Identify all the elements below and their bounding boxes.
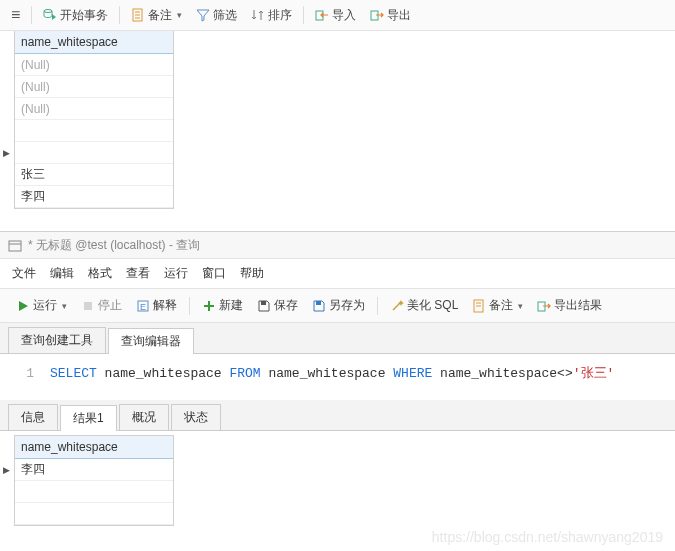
memo-button-2[interactable]: 备注 — [468, 295, 527, 316]
beautify-button[interactable]: 美化 SQL — [386, 295, 462, 316]
line-number: 1 — [10, 366, 34, 381]
query-tab-bar: * 无标题 @test (localhost) - 查询 — [0, 232, 675, 259]
explain-label: 解释 — [153, 297, 177, 314]
play-db-icon — [43, 8, 57, 22]
run-button[interactable]: 运行 — [12, 295, 71, 316]
table-row[interactable] — [15, 481, 173, 503]
result-tab-状态[interactable]: 状态 — [171, 404, 221, 430]
table-row[interactable]: (Null) — [15, 98, 173, 120]
memo-button[interactable]: 备注 — [126, 5, 187, 26]
save-as-icon — [312, 299, 326, 313]
separator — [377, 297, 378, 315]
save-label: 保存 — [274, 297, 298, 314]
data-grid[interactable]: name_whitespace (Null)(Null)(Null)张三李四 — [14, 31, 174, 209]
table-row[interactable] — [15, 142, 173, 164]
export-icon — [537, 299, 551, 313]
menu-编辑[interactable]: 编辑 — [50, 265, 74, 282]
result-tab-概况[interactable]: 概况 — [119, 404, 169, 430]
memo-icon — [472, 299, 486, 313]
table-row[interactable]: 李四 — [15, 186, 173, 208]
import-label: 导入 — [332, 7, 356, 24]
result-grid[interactable]: name_whitespace 李四 — [14, 435, 174, 526]
menu-文件[interactable]: 文件 — [12, 265, 36, 282]
menu-窗口[interactable]: 窗口 — [202, 265, 226, 282]
save-button[interactable]: 保存 — [253, 295, 302, 316]
tab-query-builder[interactable]: 查询创建工具 — [8, 327, 106, 353]
result-tab-信息[interactable]: 信息 — [8, 404, 58, 430]
plus-icon — [202, 299, 216, 313]
result-tab-结果1[interactable]: 结果1 — [60, 405, 117, 431]
begin-transaction-button[interactable]: 开始事务 — [38, 5, 113, 26]
menu-运行[interactable]: 运行 — [164, 265, 188, 282]
play-icon — [16, 299, 30, 313]
table-row[interactable] — [15, 503, 173, 525]
memo-label-2: 备注 — [489, 297, 513, 314]
sort-label: 排序 — [268, 7, 292, 24]
menu-帮助[interactable]: 帮助 — [240, 265, 264, 282]
query-window-icon — [8, 239, 22, 253]
filter-button[interactable]: 筛选 — [191, 5, 242, 26]
filter-icon — [196, 8, 210, 22]
new-button[interactable]: 新建 — [198, 295, 247, 316]
sort-icon — [251, 8, 265, 22]
table-row[interactable]: (Null) — [15, 54, 173, 76]
svg-point-0 — [44, 10, 52, 13]
export-button[interactable]: 导出 — [365, 5, 416, 26]
separator — [303, 6, 304, 24]
svg-rect-12 — [261, 301, 266, 305]
menu-查看[interactable]: 查看 — [126, 265, 150, 282]
column-header[interactable]: name_whitespace — [15, 31, 173, 54]
separator — [189, 297, 190, 315]
explain-button[interactable]: E 解释 — [132, 295, 181, 316]
save-icon — [257, 299, 271, 313]
save-as-button[interactable]: 另存为 — [308, 295, 369, 316]
svg-rect-13 — [316, 301, 321, 305]
editor-tabstrip: 查询创建工具 查询编辑器 — [0, 323, 675, 354]
result-column-header[interactable]: name_whitespace — [15, 436, 173, 459]
query-tab-title[interactable]: * 无标题 @test (localhost) - 查询 — [28, 237, 200, 254]
import-button[interactable]: 导入 — [310, 5, 361, 26]
table-row[interactable]: 李四 — [15, 459, 173, 481]
table-row[interactable]: 张三 — [15, 164, 173, 186]
wand-icon — [390, 299, 404, 313]
query-panel: * 无标题 @test (localhost) - 查询 文件编辑格式查看运行窗… — [0, 231, 675, 526]
beautify-label: 美化 SQL — [407, 297, 458, 314]
table-row[interactable]: (Null) — [15, 76, 173, 98]
svg-rect-9 — [84, 302, 92, 310]
sql-editor[interactable]: 1SELECT name_whitespace FROM name_whites… — [0, 354, 675, 400]
filter-label: 筛选 — [213, 7, 237, 24]
memo-label: 备注 — [148, 7, 172, 24]
stop-button[interactable]: 停止 — [77, 295, 126, 316]
tab-query-editor[interactable]: 查询编辑器 — [108, 328, 194, 354]
hamburger-button[interactable]: ≡ — [6, 4, 25, 26]
separator — [119, 6, 120, 24]
svg-rect-7 — [9, 241, 21, 251]
run-label: 运行 — [33, 297, 57, 314]
separator — [31, 6, 32, 24]
export-label: 导出 — [387, 7, 411, 24]
explain-icon: E — [136, 299, 150, 313]
main-toolbar: ≡ 开始事务 备注 筛选 排序 导入 导出 — [0, 0, 675, 31]
stop-label: 停止 — [98, 297, 122, 314]
import-icon — [315, 8, 329, 22]
result-tabstrip: 信息结果1概况状态 — [0, 400, 675, 431]
export-result-button[interactable]: 导出结果 — [533, 295, 606, 316]
sort-button[interactable]: 排序 — [246, 5, 297, 26]
export-result-label: 导出结果 — [554, 297, 602, 314]
menu-格式[interactable]: 格式 — [88, 265, 112, 282]
table-row[interactable] — [15, 120, 173, 142]
query-toolbar: 运行 停止 E 解释 新建 保存 另存为 美化 SQL 备注 — [0, 289, 675, 323]
memo-icon — [131, 8, 145, 22]
svg-text:E: E — [140, 302, 146, 312]
menu-bar: 文件编辑格式查看运行窗口帮助 — [0, 259, 675, 289]
stop-icon — [81, 299, 95, 313]
begin-tx-label: 开始事务 — [60, 7, 108, 24]
save-as-label: 另存为 — [329, 297, 365, 314]
export-icon — [370, 8, 384, 22]
new-label: 新建 — [219, 297, 243, 314]
